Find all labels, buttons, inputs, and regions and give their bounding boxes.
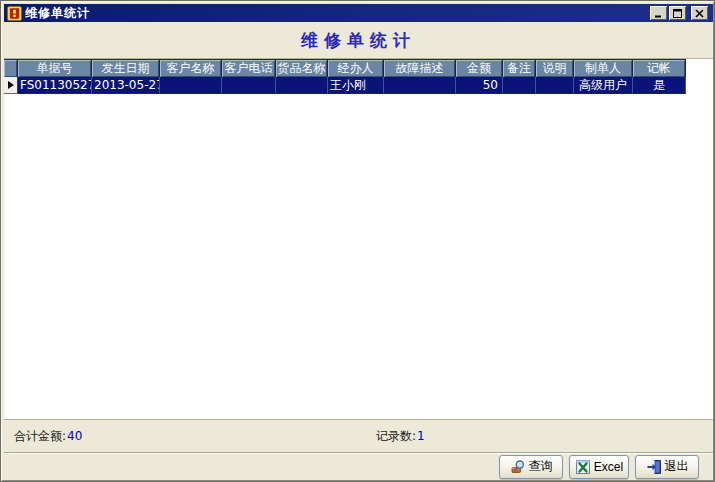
exit-icon bbox=[646, 459, 662, 475]
query-button-label: 查询 bbox=[529, 458, 553, 475]
column-header-phone[interactable]: 客户电话 bbox=[222, 60, 276, 77]
minimize-button[interactable] bbox=[650, 6, 667, 20]
cell-goods[interactable] bbox=[276, 77, 328, 94]
title-bar[interactable]: 维修单统计 bbox=[4, 4, 713, 22]
excel-button-label: Excel bbox=[594, 460, 623, 474]
excel-icon bbox=[575, 459, 591, 475]
maximize-icon bbox=[673, 9, 682, 18]
column-header-customer[interactable]: 客户名称 bbox=[160, 60, 222, 77]
grid-corner-cell bbox=[4, 60, 18, 77]
cell-maker[interactable]: 高级用户 bbox=[574, 77, 633, 94]
cell-posted[interactable]: 是 bbox=[633, 77, 686, 94]
column-header-posted[interactable]: 记帐 bbox=[633, 60, 686, 77]
cell-customer[interactable] bbox=[160, 77, 222, 94]
search-icon bbox=[510, 459, 526, 475]
total-amount: 合计金额: 40 bbox=[14, 420, 82, 452]
column-header-docno[interactable]: 单据号 bbox=[18, 60, 92, 77]
close-button[interactable] bbox=[691, 6, 708, 20]
page-title: 维修单统计 bbox=[301, 29, 416, 52]
excel-button[interactable]: Excel bbox=[569, 455, 629, 479]
grid-rows: 单据号 发生日期 客户名称 客户电话 货品名称 经办人 故障描述 金额 备注 说… bbox=[4, 59, 686, 94]
query-button[interactable]: 查询 bbox=[499, 455, 563, 479]
window-title: 维修单统计 bbox=[25, 5, 90, 22]
grid-header-row: 单据号 发生日期 客户名称 客户电话 货品名称 经办人 故障描述 金额 备注 说… bbox=[4, 60, 686, 77]
data-grid: 单据号 发生日期 客户名称 客户电话 货品名称 经办人 故障描述 金额 备注 说… bbox=[4, 58, 713, 419]
exit-button[interactable]: 退出 bbox=[635, 455, 699, 479]
total-amount-value: 40 bbox=[67, 429, 82, 443]
column-header-maker[interactable]: 制单人 bbox=[574, 60, 633, 77]
cell-date[interactable]: 2013-05-27 bbox=[92, 77, 160, 94]
column-header-date[interactable]: 发生日期 bbox=[92, 60, 160, 77]
cell-handler[interactable]: 王小刚 bbox=[328, 77, 384, 94]
cell-phone[interactable] bbox=[222, 77, 276, 94]
cell-docno[interactable]: FS0113052700 bbox=[18, 77, 92, 94]
cell-remark[interactable] bbox=[503, 77, 536, 94]
column-header-note[interactable]: 说明 bbox=[536, 60, 574, 77]
column-header-goods[interactable]: 货品名称 bbox=[276, 60, 328, 77]
record-count-value: 1 bbox=[417, 429, 425, 443]
column-header-amount[interactable]: 金额 bbox=[456, 60, 503, 77]
minimize-icon bbox=[654, 9, 663, 18]
summary-strip: 合计金额: 40 记录数: 1 bbox=[4, 419, 713, 452]
heading-zone: 维修单统计 bbox=[4, 22, 713, 58]
window-controls bbox=[650, 6, 711, 20]
cell-fault[interactable] bbox=[384, 77, 456, 94]
maximize-button[interactable] bbox=[669, 6, 686, 20]
column-header-remark[interactable]: 备注 bbox=[503, 60, 536, 77]
button-bar: 查询 Excel 退出 bbox=[4, 452, 713, 480]
record-count-label: 记录数: bbox=[376, 428, 416, 445]
current-row-indicator-icon bbox=[8, 81, 14, 89]
column-header-handler[interactable]: 经办人 bbox=[328, 60, 384, 77]
column-header-fault[interactable]: 故障描述 bbox=[384, 60, 456, 77]
cell-note[interactable] bbox=[536, 77, 574, 94]
row-indicator-cell bbox=[4, 77, 18, 94]
total-amount-label: 合计金额: bbox=[14, 428, 66, 445]
record-count: 记录数: 1 bbox=[376, 420, 425, 452]
close-icon bbox=[695, 9, 704, 18]
cell-amount[interactable]: 50 bbox=[456, 77, 503, 94]
table-row[interactable]: FS0113052700 2013-05-27 王小刚 50 高级用户 是 bbox=[4, 77, 686, 94]
exit-button-label: 退出 bbox=[665, 458, 689, 475]
app-emblem-icon bbox=[7, 6, 22, 21]
app-window: 维修单统计 维修单统计 bbox=[0, 0, 715, 482]
